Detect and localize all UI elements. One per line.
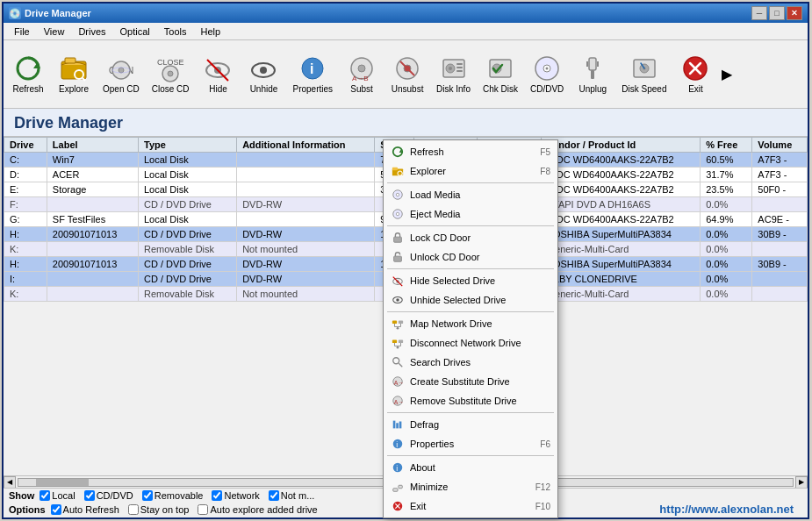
- window-title: Drive Manager: [25, 8, 751, 18]
- opt-auto-explore-checkbox[interactable]: [198, 504, 208, 515]
- svg-rect-30: [456, 67, 463, 68]
- menu-view[interactable]: View: [37, 25, 72, 39]
- ctx-lock-cd[interactable]: Lock CD Door: [384, 228, 557, 247]
- ctx-eject-media[interactable]: Eject Media: [384, 204, 557, 224]
- table-cell: 60.5%: [701, 153, 752, 168]
- show-notm-checkbox[interactable]: [269, 490, 279, 501]
- open-cd-icon: OPEN: [107, 54, 135, 82]
- opt-stay-on-top-checkbox[interactable]: [128, 504, 139, 515]
- maximize-button[interactable]: □: [769, 6, 785, 20]
- svg-text:i: i: [396, 464, 398, 473]
- opt-auto-explore-item[interactable]: Auto explore added drive: [198, 504, 317, 515]
- menu-separator: [387, 225, 554, 226]
- table-cell: SF TestFiles: [47, 212, 138, 227]
- svg-point-76: [393, 358, 399, 364]
- ctx-properties[interactable]: iPropertiesF6: [384, 434, 557, 453]
- ctx-map-network[interactable]: Map Network Drive: [384, 314, 557, 333]
- toolbar-unplug[interactable]: Unplug: [570, 50, 615, 98]
- menu-tools[interactable]: Tools: [157, 25, 194, 39]
- scrollbar-thumb[interactable]: [36, 479, 89, 486]
- table-cell: 0.0%: [701, 227, 752, 242]
- col-volume: Volume: [752, 138, 808, 153]
- ctx-properties-shortcut: F6: [540, 439, 550, 449]
- table-cell: [752, 242, 808, 257]
- ctx-exit-icon: [391, 499, 405, 513]
- toolbar-hide[interactable]: Hide: [195, 50, 241, 98]
- ctx-search-drives[interactable]: Search Drives: [384, 353, 557, 372]
- menu-file[interactable]: File: [7, 25, 37, 39]
- ctx-about-label: About: [410, 462, 550, 473]
- toolbar-disk-info[interactable]: Disk Info: [430, 50, 477, 98]
- svg-point-63: [396, 298, 399, 302]
- toolbar-refresh[interactable]: Refresh: [5, 50, 51, 98]
- scroll-left-button[interactable]: ◀: [4, 476, 16, 489]
- ctx-load-media-label: Load Media: [410, 189, 550, 200]
- ctx-create-subst[interactable]: A→Create Substitute Drive: [384, 372, 557, 391]
- unhide-icon: [249, 54, 277, 82]
- toolbar-properties[interactable]: i Properties: [286, 50, 339, 98]
- show-local-item[interactable]: Local: [40, 490, 75, 501]
- svg-point-56: [396, 212, 399, 216]
- show-network-item[interactable]: Network: [212, 490, 259, 501]
- toolbar-unhide[interactable]: Unhide: [241, 50, 286, 98]
- ctx-unhide-drive-label: Unhide Selected Drive: [410, 295, 550, 305]
- toolbar-chk-disk[interactable]: Chk Disk: [477, 50, 524, 98]
- ctx-explorer[interactable]: ExplorerF8: [384, 161, 557, 181]
- show-local-checkbox[interactable]: [40, 490, 50, 501]
- scroll-right-button[interactable]: ▶: [795, 476, 808, 489]
- show-label: Show: [9, 490, 34, 501]
- table-cell: Generic-Multi-Card: [542, 242, 701, 257]
- opt-stay-on-top-item[interactable]: Stay on top: [128, 504, 190, 515]
- show-removable-item[interactable]: Removable: [142, 490, 204, 501]
- ctx-unlock-cd[interactable]: Unlock CD Door: [384, 247, 557, 267]
- ctx-refresh[interactable]: RefreshF5: [384, 142, 557, 161]
- ctx-defrag[interactable]: Defrag: [384, 415, 557, 434]
- toolbar-cd-dvd[interactable]: CD/DVD: [524, 50, 570, 98]
- toolbar-disk-speed[interactable]: Disk Speed: [615, 50, 672, 98]
- ctx-load-media[interactable]: Load Media: [384, 185, 557, 204]
- ctx-about[interactable]: iAbout: [384, 458, 557, 477]
- show-network-checkbox[interactable]: [212, 490, 222, 501]
- opt-auto-refresh-item[interactable]: Auto Refresh: [51, 504, 119, 515]
- table-cell: ACER: [47, 168, 138, 182]
- opt-stay-on-top-label: Stay on top: [140, 504, 190, 515]
- table-cell: E:: [4, 182, 47, 197]
- website-link[interactable]: http://www.alexnolan.net: [659, 503, 794, 516]
- table-cell: 200901071013: [47, 257, 138, 272]
- table-cell: WDC WD6400AAKS-22A7B2: [542, 153, 701, 168]
- svg-line-77: [399, 363, 402, 367]
- ctx-minimize[interactable]: MinimizeF12: [384, 477, 557, 496]
- svg-rect-37: [589, 58, 596, 70]
- menu-separator: [387, 182, 554, 183]
- show-cddvd-item[interactable]: CD/DVD: [84, 490, 133, 501]
- show-cddvd-checkbox[interactable]: [84, 490, 95, 501]
- show-notm-item[interactable]: Not m...: [269, 490, 315, 501]
- menu-drives[interactable]: Drives: [71, 25, 112, 39]
- close-cd-icon: CLOSE: [156, 54, 184, 82]
- toolbar-cd-dvd-label: CD/DVD: [530, 84, 564, 94]
- ctx-hide-drive[interactable]: Hide Selected Drive: [384, 271, 557, 290]
- menu-optical[interactable]: Optical: [113, 25, 157, 39]
- more-tools-button[interactable]: ▶: [718, 66, 736, 82]
- svg-rect-70: [392, 340, 397, 344]
- menu-separator: [387, 311, 554, 312]
- ctx-unhide-drive[interactable]: Unhide Selected Drive: [384, 290, 557, 310]
- toolbar-subst[interactable]: A→B Subst: [339, 50, 384, 98]
- ctx-exit[interactable]: ExitF10: [384, 496, 557, 516]
- opt-auto-refresh-checkbox[interactable]: [51, 504, 61, 515]
- menu-help[interactable]: Help: [194, 25, 228, 39]
- opt-auto-explore-label: Auto explore added drive: [210, 504, 317, 515]
- close-button[interactable]: ✕: [787, 6, 802, 20]
- ctx-remove-subst[interactable]: A→Remove Substitute Drive: [384, 391, 557, 410]
- toolbar-unsubst[interactable]: Unsubst: [384, 50, 430, 98]
- toolbar-exit[interactable]: Exit: [672, 50, 718, 98]
- minimize-button[interactable]: ─: [751, 6, 767, 20]
- ctx-disconnect-network[interactable]: Disconnect Network Drive: [384, 333, 557, 353]
- toolbar-explore[interactable]: Explore: [51, 50, 97, 98]
- show-removable-checkbox[interactable]: [142, 490, 153, 501]
- toolbar-close-cd[interactable]: CLOSE Close CD: [146, 50, 196, 98]
- table-cell: Local Disk: [138, 168, 236, 182]
- table-cell: WDC WD6400AAKS-22A7B2: [542, 168, 701, 182]
- svg-point-28: [449, 67, 452, 70]
- toolbar-open-cd[interactable]: OPEN Open CD: [97, 50, 146, 98]
